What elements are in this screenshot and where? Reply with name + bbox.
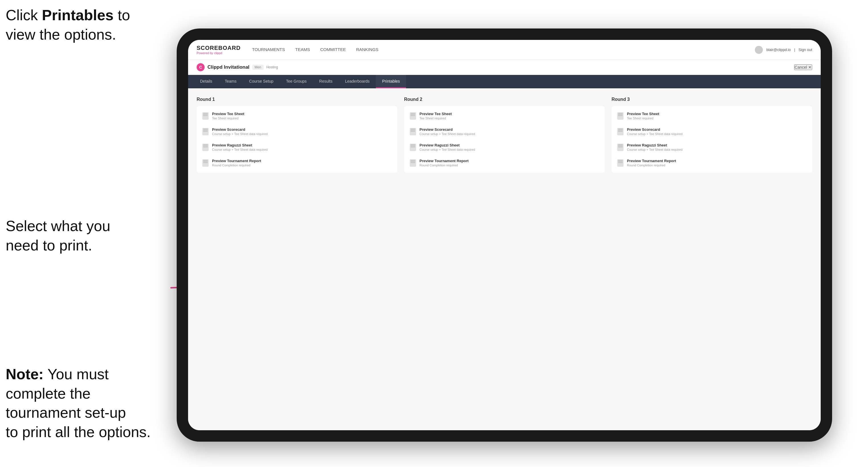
tablet-frame: SCOREBOARD Powered by clippd TOURNAMENTS… <box>177 29 832 442</box>
hosting-badge: Hosting <box>267 65 278 69</box>
print-item-subtitle-r2-i3: Course setup + Tee Sheet data required <box>420 148 475 151</box>
print-item-r2-i1[interactable]: Preview Tee SheetTee Sheet required <box>406 108 602 123</box>
print-item-r1-i3[interactable]: Preview Raguzzi SheetCourse setup + Tee … <box>199 139 395 155</box>
tab-course-setup[interactable]: Course Setup <box>243 75 280 88</box>
print-item-r3-i4[interactable]: Preview Tournament ReportRound Completio… <box>614 155 810 170</box>
print-item-title-r3-i2: Preview Scorecard <box>627 127 682 132</box>
tab-teams[interactable]: Teams <box>219 75 243 88</box>
round-column-3: Round 3Preview Tee SheetTee Sheet requir… <box>612 97 812 173</box>
top-nav: SCOREBOARD Powered by clippd TOURNAMENTS… <box>188 40 821 60</box>
print-item-subtitle-r3-i4: Round Completion required <box>627 163 676 167</box>
annotation-middle: Select what youneed to print. <box>6 217 110 255</box>
print-item-title-r2-i2: Preview Scorecard <box>420 127 475 132</box>
print-item-subtitle-r2-i1: Tee Sheet required <box>420 117 452 120</box>
print-item-title-r1-i2: Preview Scorecard <box>212 127 268 132</box>
print-item-icon-r2-i3 <box>410 144 416 151</box>
print-item-icon-r1-i4 <box>202 159 209 167</box>
print-item-text-r1-i4: Preview Tournament ReportRound Completio… <box>212 159 261 167</box>
print-item-title-r1-i3: Preview Raguzzi Sheet <box>212 143 268 147</box>
print-item-r3-i1[interactable]: Preview Tee SheetTee Sheet required <box>614 108 810 123</box>
app-container: SCOREBOARD Powered by clippd TOURNAMENTS… <box>188 40 821 430</box>
nav-rankings[interactable]: RANKINGS <box>356 46 378 54</box>
print-item-text-r2-i3: Preview Raguzzi SheetCourse setup + Tee … <box>420 143 475 151</box>
logo-area: SCOREBOARD Powered by clippd <box>197 45 241 55</box>
print-item-icon-r1-i3 <box>202 144 209 151</box>
print-item-r3-i3[interactable]: Preview Raguzzi SheetCourse setup + Tee … <box>614 139 810 155</box>
print-item-title-r2-i4: Preview Tournament Report <box>420 159 468 163</box>
print-item-r1-i2[interactable]: Preview ScorecardCourse setup + Tee Shee… <box>199 124 395 139</box>
print-item-subtitle-r2-i4: Round Completion required <box>420 163 468 167</box>
print-item-subtitle-r1-i1: Tee Sheet required <box>212 117 244 120</box>
print-item-text-r2-i1: Preview Tee SheetTee Sheet required <box>420 112 452 120</box>
print-item-text-r1-i1: Preview Tee SheetTee Sheet required <box>212 112 244 120</box>
print-item-title-r1-i4: Preview Tournament Report <box>212 159 261 163</box>
print-item-text-r3-i4: Preview Tournament ReportRound Completio… <box>627 159 676 167</box>
print-item-text-r1-i2: Preview ScorecardCourse setup + Tee Shee… <box>212 127 268 136</box>
print-item-title-r2-i1: Preview Tee Sheet <box>420 112 452 116</box>
print-item-text-r3-i3: Preview Raguzzi SheetCourse setup + Tee … <box>627 143 682 151</box>
print-item-text-r1-i3: Preview Raguzzi SheetCourse setup + Tee … <box>212 143 268 151</box>
print-item-text-r3-i1: Preview Tee SheetTee Sheet required <box>627 112 659 120</box>
nav-committee[interactable]: COMMITTEE <box>320 46 346 54</box>
round-2-title: Round 2 <box>404 97 605 102</box>
print-item-r2-i2[interactable]: Preview ScorecardCourse setup + Tee Shee… <box>406 124 602 139</box>
tab-tee-groups[interactable]: Tee Groups <box>280 75 313 88</box>
round-column-1: Round 1Preview Tee SheetTee Sheet requir… <box>197 97 397 173</box>
print-item-text-r3-i2: Preview ScorecardCourse setup + Tee Shee… <box>627 127 682 136</box>
logo-text: SCOREBOARD <box>197 45 241 51</box>
round-3-title: Round 3 <box>612 97 812 102</box>
print-item-icon-r3-i2 <box>617 128 623 135</box>
print-item-icon-r3-i3 <box>617 144 623 151</box>
print-item-icon-r3-i1 <box>617 112 623 120</box>
main-content: Round 1Preview Tee SheetTee Sheet requir… <box>188 88 821 430</box>
annotation-top: Click Printables toview the options. <box>6 6 130 44</box>
print-item-text-r2-i4: Preview Tournament ReportRound Completio… <box>420 159 468 167</box>
print-item-subtitle-r1-i2: Course setup + Tee Sheet data required <box>212 132 268 136</box>
annotation-top-bold: Printables <box>42 7 114 23</box>
nav-links: TOURNAMENTS TEAMS COMMITTEE RANKINGS <box>252 46 755 54</box>
tab-results[interactable]: Results <box>313 75 339 88</box>
round-3-items: Preview Tee SheetTee Sheet requiredPrevi… <box>612 106 812 173</box>
round-1-items: Preview Tee SheetTee Sheet requiredPrevi… <box>197 106 397 173</box>
print-item-r1-i4[interactable]: Preview Tournament ReportRound Completio… <box>199 155 395 170</box>
tournament-name: Clippd Invitational <box>208 64 249 70</box>
print-item-r2-i3[interactable]: Preview Raguzzi SheetCourse setup + Tee … <box>406 139 602 155</box>
user-avatar <box>755 46 763 54</box>
sub-tabs: Details Teams Course Setup Tee Groups Re… <box>188 75 821 88</box>
print-item-subtitle-r2-i2: Course setup + Tee Sheet data required <box>420 132 475 136</box>
nav-teams[interactable]: TEAMS <box>295 46 310 54</box>
tab-printables[interactable]: Printables <box>376 75 406 88</box>
print-item-subtitle-r1-i4: Round Completion required <box>212 163 261 167</box>
print-item-r1-i1[interactable]: Preview Tee SheetTee Sheet required <box>199 108 395 123</box>
tournament-header: C Clippd Invitational Men Hosting Cancel… <box>188 60 821 75</box>
print-item-icon-r2-i4 <box>410 159 416 167</box>
print-item-icon-r3-i4 <box>617 159 623 167</box>
round-2-items: Preview Tee SheetTee Sheet requiredPrevi… <box>404 106 605 173</box>
tab-leaderboards[interactable]: Leaderboards <box>339 75 376 88</box>
tournament-badge: Men <box>252 65 263 70</box>
print-item-subtitle-r3-i1: Tee Sheet required <box>627 117 659 120</box>
tournament-title: C Clippd Invitational Men Hosting <box>197 63 278 71</box>
sign-out-separator: | <box>794 48 795 52</box>
print-item-subtitle-r3-i3: Course setup + Tee Sheet data required <box>627 148 682 151</box>
logo-sub: Powered by clippd <box>197 51 241 55</box>
annotation-bottom-bold: Note: <box>6 366 43 382</box>
print-item-subtitle-r1-i3: Course setup + Tee Sheet data required <box>212 148 268 151</box>
sign-out-link[interactable]: Sign out <box>799 48 812 52</box>
print-item-icon-r1-i1 <box>202 112 209 120</box>
print-item-title-r1-i1: Preview Tee Sheet <box>212 112 244 116</box>
cancel-button[interactable]: Cancel ✕ <box>794 64 812 70</box>
print-item-icon-r2-i2 <box>410 128 416 135</box>
nav-tournaments[interactable]: TOURNAMENTS <box>252 46 285 54</box>
tab-details[interactable]: Details <box>194 75 219 88</box>
round-1-title: Round 1 <box>197 97 397 102</box>
print-item-r3-i2[interactable]: Preview ScorecardCourse setup + Tee Shee… <box>614 124 810 139</box>
user-email: blair@clippd.io <box>766 48 790 52</box>
print-item-text-r2-i2: Preview ScorecardCourse setup + Tee Shee… <box>420 127 475 136</box>
round-column-2: Round 2Preview Tee SheetTee Sheet requir… <box>404 97 605 173</box>
nav-right: blair@clippd.io | Sign out <box>755 46 812 54</box>
annotation-bottom: Note: You mustcomplete thetournament set… <box>6 365 151 442</box>
print-item-icon-r2-i1 <box>410 112 416 120</box>
print-item-r2-i4[interactable]: Preview Tournament ReportRound Completio… <box>406 155 602 170</box>
print-item-subtitle-r3-i2: Course setup + Tee Sheet data required <box>627 132 682 136</box>
